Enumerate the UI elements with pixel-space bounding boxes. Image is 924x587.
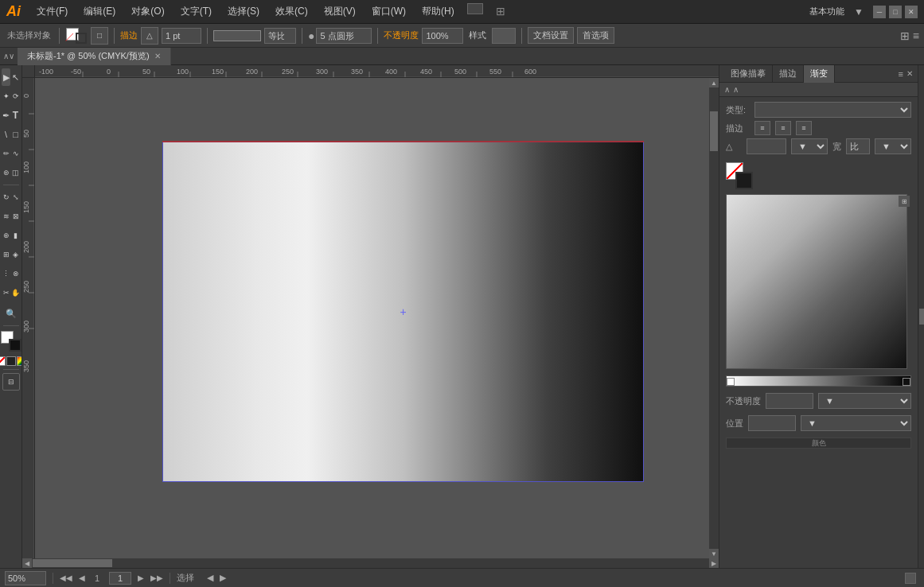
doc-setup-button[interactable]: 文档设置 bbox=[528, 27, 574, 44]
panel-collapse-btn[interactable]: ∧ bbox=[724, 85, 730, 94]
warp-tool[interactable]: ≋ bbox=[2, 208, 10, 225]
position-value-input[interactable] bbox=[748, 415, 796, 431]
free-transform-tool[interactable]: ⊠ bbox=[11, 208, 20, 225]
gradient-stroke-swatch[interactable] bbox=[735, 172, 753, 189]
opacity-select[interactable]: 100% bbox=[422, 28, 463, 44]
blend-tool[interactable]: ⊗ bbox=[11, 265, 20, 282]
color-swatch-area[interactable] bbox=[1, 331, 21, 352]
panel-scrollbar[interactable] bbox=[918, 65, 924, 568]
tab-arrows[interactable]: ∧ ∨ bbox=[3, 52, 14, 60]
workspace-arrow[interactable]: ▼ bbox=[854, 6, 864, 17]
color-mode-btn[interactable] bbox=[6, 356, 16, 366]
panel-tab-gradient[interactable]: 渐变 bbox=[804, 65, 835, 83]
artboard[interactable]: + bbox=[162, 142, 644, 482]
panel-pin-icon[interactable]: ✕ bbox=[906, 69, 913, 78]
zoom-select[interactable]: 50% bbox=[5, 571, 46, 585]
point-shape-select[interactable]: 5 点圆形 bbox=[316, 28, 372, 44]
canvas-viewport[interactable]: + bbox=[35, 78, 709, 558]
pencil-tool[interactable]: ✏ bbox=[2, 145, 10, 162]
direct-select-tool[interactable]: ↖ bbox=[11, 68, 20, 86]
graph-tool[interactable]: ▮ bbox=[11, 227, 20, 244]
scroll-right-btn[interactable]: ▶ bbox=[709, 558, 719, 568]
opacity-value-input[interactable] bbox=[766, 393, 813, 409]
menu-select[interactable]: 选择(S) bbox=[224, 3, 263, 20]
view-mode-icon[interactable]: ⊞ bbox=[493, 3, 509, 20]
arrange-icon[interactable]: ⊞ bbox=[900, 29, 910, 42]
opacity-unit-select[interactable]: ▼ bbox=[818, 393, 911, 409]
scroll-left-btn[interactable]: ◀ bbox=[22, 558, 32, 568]
artboard-btn[interactable]: ⊟ bbox=[2, 373, 20, 391]
menu-effect[interactable]: 效果(C) bbox=[272, 3, 311, 20]
workspace-label[interactable]: 基本功能 bbox=[809, 6, 844, 17]
menu-edit[interactable]: 编辑(E) bbox=[80, 3, 119, 20]
stroke-swatch[interactable] bbox=[76, 33, 87, 44]
eyedropper-tool[interactable]: ⋮ bbox=[2, 265, 10, 282]
panel-tab-stroke[interactable]: 描边 bbox=[773, 65, 804, 83]
gradient-preview-canvas[interactable] bbox=[726, 194, 907, 369]
stroke-swatch-area[interactable] bbox=[65, 27, 88, 45]
lasso-tool[interactable]: ⟳ bbox=[11, 87, 20, 105]
vertical-scrollbar[interactable]: ▲ ▼ bbox=[709, 78, 719, 558]
stroke-type-btn[interactable]: □ bbox=[91, 27, 108, 45]
tab-close-icon[interactable]: ✕ bbox=[154, 52, 161, 60]
gradient-slider[interactable] bbox=[726, 375, 911, 387]
page-end-btn[interactable]: ▶▶ bbox=[150, 573, 163, 582]
fill-none-btn[interactable] bbox=[0, 356, 6, 366]
vertical-scroll-thumb[interactable] bbox=[710, 111, 718, 151]
panel-collapse-btn2[interactable]: ∧ bbox=[733, 85, 739, 94]
stroke-weight-select[interactable]: 1 pt bbox=[162, 28, 201, 44]
select-tool[interactable]: ▶ bbox=[2, 68, 10, 86]
gradient-stop-black[interactable] bbox=[903, 378, 910, 386]
stroke-icon[interactable]: △ bbox=[141, 27, 158, 45]
page-prev-btn[interactable]: ◀◀ bbox=[60, 573, 72, 582]
menu-window[interactable]: 窗口(W) bbox=[368, 3, 409, 20]
panel-menu-icon[interactable]: ≡ bbox=[899, 69, 903, 79]
page-fwd-btn[interactable]: ▶ bbox=[138, 573, 144, 582]
scroll-down-btn[interactable]: ▼ bbox=[709, 549, 719, 558]
scale-tool[interactable]: ⤡ bbox=[11, 189, 20, 206]
style-preview[interactable] bbox=[492, 28, 516, 44]
aspect-input[interactable] bbox=[846, 138, 870, 154]
stroke-btn-2[interactable]: ≡ bbox=[775, 121, 791, 135]
text-tool[interactable]: T bbox=[11, 107, 20, 124]
mesh-tool[interactable]: ⊞ bbox=[2, 246, 10, 263]
stroke-color-swatch[interactable] bbox=[9, 339, 21, 352]
angle-input[interactable] bbox=[747, 138, 786, 154]
horizontal-scrollbar[interactable]: ◀ ▶ bbox=[22, 558, 719, 568]
preview-options-btn[interactable]: ⊞ bbox=[899, 196, 910, 207]
tab-next-arrow[interactable]: ∨ bbox=[9, 52, 14, 60]
mode-checkbox[interactable] bbox=[467, 3, 483, 14]
menu-object[interactable]: 对象(O) bbox=[128, 3, 167, 20]
nav-arrow-left[interactable]: ◀ bbox=[207, 573, 213, 583]
maximize-button[interactable]: □ bbox=[889, 6, 902, 18]
arrange-btn-area[interactable]: ⊞ ≡ bbox=[900, 29, 919, 42]
menu-file[interactable]: 文件(F) bbox=[33, 3, 71, 20]
menu-view[interactable]: 视图(V) bbox=[321, 3, 359, 20]
gradient-tool[interactable]: ◈ bbox=[11, 246, 20, 263]
brush-tool[interactable]: ∿ bbox=[11, 145, 20, 162]
panel-scroll-thumb[interactable] bbox=[919, 309, 924, 325]
line-style-preview[interactable] bbox=[213, 30, 261, 41]
line-style-select[interactable]: 等比 bbox=[264, 28, 296, 44]
menu-help[interactable]: 帮助(H) bbox=[419, 3, 458, 20]
stroke-btn-3[interactable]: ≡ bbox=[796, 121, 812, 135]
nav-arrow-right[interactable]: ▶ bbox=[220, 573, 226, 583]
pen-tool[interactable]: ✒ bbox=[2, 107, 10, 124]
tab-prev-arrow[interactable]: ∧ bbox=[3, 52, 9, 60]
document-tab[interactable]: 未标题-1* @ 50% (CMYK/预览) ✕ bbox=[18, 48, 171, 65]
position-unit-select[interactable]: ▼ bbox=[801, 415, 911, 431]
gradient-stop-white[interactable] bbox=[727, 378, 735, 386]
gradient-type-select[interactable]: 线性 径向 bbox=[754, 102, 911, 118]
line-tool[interactable]: \ bbox=[2, 126, 10, 143]
angle-dropdown[interactable]: ▼ bbox=[791, 138, 828, 154]
rotate-tool[interactable]: ↻ bbox=[2, 189, 10, 206]
close-button[interactable]: ✕ bbox=[905, 6, 918, 18]
page-back-btn[interactable]: ◀ bbox=[79, 573, 85, 582]
minimize-button[interactable]: ─ bbox=[873, 6, 886, 18]
toolbar-options-icon[interactable]: ≡ bbox=[913, 29, 919, 42]
blob-brush-tool[interactable]: ⊛ bbox=[2, 164, 10, 181]
prefs-button[interactable]: 首选项 bbox=[577, 27, 614, 44]
scissors-tool[interactable]: ✂ bbox=[2, 284, 10, 301]
menu-bar[interactable]: 文件(F) 编辑(E) 对象(O) 文字(T) 选择(S) 效果(C) 视图(V… bbox=[33, 3, 809, 20]
hand-tool[interactable]: ✋ bbox=[11, 284, 20, 301]
